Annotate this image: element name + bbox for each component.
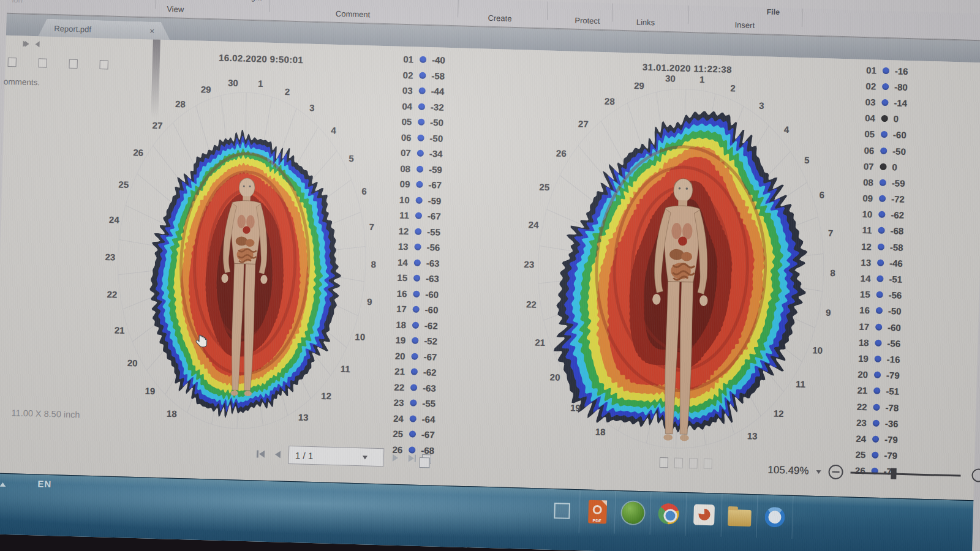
zoom-out-button[interactable] [828,465,843,480]
taskbar-item [722,494,758,538]
last-page-button[interactable] [406,453,416,463]
zoom-slider-handle[interactable] [891,468,896,479]
language-indicator[interactable]: EN [37,479,51,490]
taskbar-item [615,491,652,535]
ribbon-separator [155,0,156,9]
ribbon-separator [612,3,613,21]
ribbon-group-links[interactable]: Links [636,18,655,28]
next-page-button[interactable] [390,453,400,463]
taskbar-item [686,493,723,537]
powerpoint-icon[interactable] [693,504,715,525]
ribbon-corner-text: ion [12,0,23,5]
document-page: omments. 11.00 X 8.50 inch 16.02.2020 9:… [0,36,980,500]
scan-date-left: 16.02.2020 9:50:01 [219,53,304,66]
browser-icon[interactable] [764,506,785,527]
scan-date-right: 31.01.2020 11:22:38 [643,62,732,75]
close-icon[interactable]: × [149,26,171,36]
hand-cursor-icon [194,334,209,353]
first-page-button[interactable] [257,449,266,459]
page-number-input[interactable] [289,449,363,462]
hidden-icons-chevron[interactable] [0,479,6,486]
ribbon-separator [688,6,689,24]
page-layout-icon[interactable] [422,454,431,463]
ribbon-group-insert[interactable]: Insert [734,20,755,30]
previous-page-button[interactable] [273,449,282,459]
taskbar-icons: PDF [544,489,794,539]
panel-icon[interactable] [69,59,77,69]
chevron-down-icon[interactable] [363,455,368,462]
ribbon-separator [802,9,803,27]
comments-panel-label: omments. [4,77,40,88]
pdf-viewer-window: ion See Fit Visible Rotate Right File Vi… [0,0,980,551]
two-page-view-icon[interactable] [689,458,698,468]
ribbon-separator [458,0,459,17]
page-number-input-wrap [288,446,385,467]
ribbon-separator [547,1,548,20]
taskbar-item [544,489,581,533]
tab-title: Report.pdf [38,23,149,36]
taskbar-item: PDF [579,490,616,534]
ribbon-group-view[interactable]: View [167,4,184,14]
taskbar-item [757,495,794,539]
ribbon-group-create[interactable]: Create [488,13,511,23]
single-page-view-icon[interactable] [660,457,668,468]
panel-toolbar-icons[interactable] [8,58,108,70]
fit-view-icon[interactable] [704,459,712,469]
ribbon-group-comment[interactable]: Comment [336,9,371,20]
panel-icon[interactable] [38,58,47,67]
photographed-screen: ion See Fit Visible Rotate Right File Vi… [0,0,980,551]
zoom-level-value[interactable]: 105.49% [752,463,809,478]
view-mode-buttons [660,457,712,469]
chrome-icon[interactable] [658,503,679,525]
bookmark-nav-icons[interactable] [23,41,39,48]
antivirus-icon[interactable] [622,501,644,524]
monitor-screen: ion See Fit Visible Rotate Right File Vi… [0,0,980,551]
continuous-view-icon[interactable] [674,458,683,468]
panel-icon[interactable] [99,60,108,69]
window-icon[interactable] [554,503,570,519]
zoom-slider[interactable] [850,467,960,481]
rotate-right-button[interactable]: Rotate Right [209,0,262,2]
folder-icon[interactable] [728,509,752,527]
panel-edge-shadow [151,39,160,118]
page-size-label: 11.00 X 8.50 inch [12,408,80,419]
panel-icon[interactable] [8,58,17,67]
ribbon-separator [269,0,270,12]
zoom-dropdown-caret[interactable] [816,470,821,476]
ribbon-group-protect[interactable]: Protect [575,16,600,26]
taskbar-item [650,492,687,536]
file-menu-button[interactable]: File [766,7,780,17]
pdf-app-icon[interactable]: PDF [588,500,607,524]
